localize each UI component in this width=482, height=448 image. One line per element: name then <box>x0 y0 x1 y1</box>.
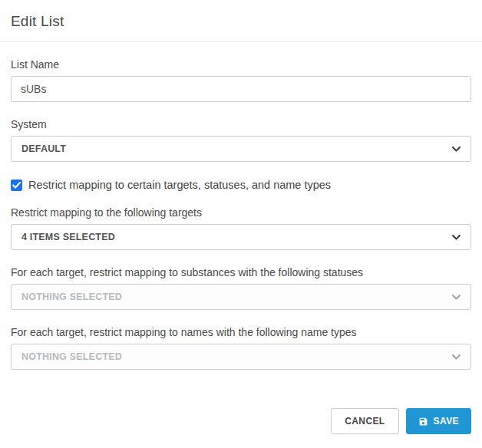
system-group: System DEFAULT <box>11 118 471 162</box>
list-name-input[interactable] <box>11 76 471 102</box>
chevron-down-icon <box>452 354 461 360</box>
page-title: Edit List <box>11 13 471 30</box>
save-icon <box>418 417 428 427</box>
chevron-down-icon <box>452 295 461 300</box>
list-name-group: List Name <box>11 58 471 102</box>
system-label: System <box>11 118 471 130</box>
targets-group: Restrict mapping to the following target… <box>11 206 471 250</box>
targets-multiselect[interactable]: 4 ITEMS SELECTED <box>11 224 471 250</box>
cancel-button[interactable]: CANCEL <box>331 408 398 434</box>
targets-multiselect-value: 4 ITEMS SELECTED <box>21 232 115 242</box>
dialog-footer: CANCEL SAVE <box>0 408 482 434</box>
restrict-mapping-label: Restrict mapping to certain targets, sta… <box>28 179 331 191</box>
dialog-header: Edit List <box>0 0 482 42</box>
name-types-group: For each target, restrict mapping to nam… <box>11 326 471 370</box>
targets-label: Restrict mapping to the following target… <box>11 206 471 219</box>
system-select[interactable]: DEFAULT <box>11 136 471 162</box>
save-button-label: SAVE <box>434 416 459 427</box>
save-button[interactable]: SAVE <box>406 408 471 434</box>
chevron-down-icon <box>452 235 461 240</box>
name-types-label: For each target, restrict mapping to nam… <box>11 326 471 338</box>
statuses-multiselect-value: NOTHING SELECTED <box>21 292 122 302</box>
restrict-mapping-checkbox-row[interactable]: Restrict mapping to certain targets, sta… <box>11 179 471 191</box>
chevron-down-icon <box>452 147 461 152</box>
statuses-group: For each target, restrict mapping to sub… <box>11 266 471 310</box>
statuses-label: For each target, restrict mapping to sub… <box>11 266 471 278</box>
system-select-value: DEFAULT <box>21 143 66 154</box>
name-types-multiselect[interactable]: NOTHING SELECTED <box>11 344 471 370</box>
statuses-multiselect[interactable]: NOTHING SELECTED <box>11 284 471 310</box>
dialog-body: List Name System DEFAULT Restrict mappin… <box>0 42 482 370</box>
edit-list-dialog: Edit List List Name System DEFAULT Restr… <box>0 0 482 448</box>
name-types-multiselect-value: NOTHING SELECTED <box>21 351 122 362</box>
list-name-label: List Name <box>11 58 471 71</box>
restrict-mapping-checkbox[interactable] <box>11 180 22 191</box>
